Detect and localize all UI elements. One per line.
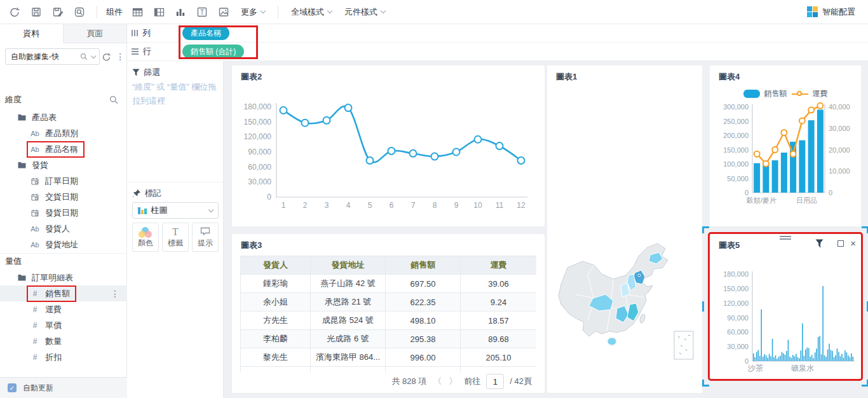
pin-icon	[132, 189, 141, 198]
widget-chart4[interactable]: 圖表4 銷售額 運費 050,000100,000150,000200,0002…	[710, 65, 861, 226]
selection-handle[interactable]	[862, 380, 868, 387]
selection-handle[interactable]	[702, 226, 709, 233]
table-cell: 996.00	[386, 348, 461, 367]
save-as-icon[interactable]	[48, 3, 67, 21]
color-button[interactable]: 顏色	[132, 223, 159, 252]
auto-update-checkbox[interactable]: ✓	[8, 383, 17, 392]
svg-text:120,000: 120,000	[244, 132, 272, 141]
measure-field[interactable]: #運費	[0, 301, 127, 317]
selection-handle[interactable]	[702, 301, 704, 312]
page-input[interactable]	[486, 374, 504, 389]
tab-data[interactable]: 資料	[0, 24, 64, 43]
chart2-line-chart: 030,00060,00090,000120,000150,000180,000…	[232, 65, 545, 226]
table-cell: 光成路 6 號	[311, 330, 386, 348]
text-field-icon: Ab	[30, 241, 40, 249]
svg-text:120,000: 120,000	[723, 299, 749, 307]
svg-text:9: 9	[454, 201, 459, 210]
svg-text:2: 2	[303, 201, 308, 210]
dimension-field[interactable]: 發貨日期	[0, 205, 127, 221]
svg-text:0: 0	[829, 189, 832, 196]
row-chip-sales-sum[interactable]: 銷售額 (合計)	[182, 45, 244, 58]
dimension-field[interactable]: 訂單日期	[0, 173, 127, 189]
dimension-field[interactable]: Ab發貨人	[0, 221, 127, 237]
table-cell: 18.57	[461, 312, 537, 330]
add-crosstable-icon[interactable]	[149, 3, 168, 21]
add-text-icon[interactable]: T	[193, 3, 212, 21]
dimension-field[interactable]: Ab發貨地址	[0, 237, 127, 252]
measure-field[interactable]: #折扣	[0, 349, 127, 365]
chart-type-select[interactable]: 柱圖	[132, 202, 219, 219]
global-style-menu[interactable]: 全域樣式	[286, 3, 337, 21]
smart-config-button[interactable]: 智能配置	[803, 6, 859, 18]
svg-text:100,000: 100,000	[723, 160, 749, 168]
measure-field[interactable]: #單價	[0, 317, 127, 333]
svg-text:11: 11	[496, 201, 504, 210]
columns-icon	[132, 30, 138, 36]
dataset-selector[interactable]: 自助數據集-快	[5, 48, 100, 65]
table-row[interactable]: 黎先生濱海東路甲 864...996.00205.10	[241, 348, 537, 367]
widget-chart3[interactable]: 圖表3 發貨人發貨地址銷售額運費鍾彩瑜燕子山路 42 號697.5039.06余…	[232, 234, 545, 393]
widget-chart1[interactable]: 圖表1	[547, 65, 702, 393]
table-row[interactable]: 余小姐承恩路 21 號622.359.24	[241, 293, 537, 312]
prev-page-button[interactable]: 〈	[432, 376, 442, 387]
table-cell: 39.06	[461, 275, 537, 293]
dimension-tree: 產品表Ab產品類別Ab產品名稱發貨訂單日期交貨日期發貨日期Ab發貨人Ab發貨地址	[0, 109, 127, 252]
svg-text:150,000: 150,000	[723, 146, 749, 154]
pagination-bar: 共 828 項 〈 〉 前往 / 42頁	[391, 374, 532, 389]
widget-style-menu[interactable]: 元件樣式	[339, 3, 390, 21]
field-menu-icon[interactable]: ⋮	[111, 289, 119, 299]
measure-field[interactable]: #數量	[0, 333, 127, 349]
svg-text:10: 10	[473, 201, 482, 210]
table-cell: 205.10	[461, 348, 537, 367]
table-cell: 622.35	[386, 293, 461, 312]
text-field-icon: Ab	[30, 130, 40, 137]
selection-handle[interactable]	[702, 380, 709, 387]
measure-field[interactable]: #銷售額⋮	[0, 285, 127, 301]
dimension-field[interactable]: Ab產品類別	[0, 125, 127, 141]
add-chart-icon[interactable]	[171, 3, 190, 21]
number-field-icon: #	[30, 337, 40, 346]
label-button[interactable]: T 標籤	[162, 223, 189, 252]
dimension-field[interactable]: Ab產品名稱	[0, 141, 127, 157]
more-menu[interactable]: 更多	[236, 3, 270, 21]
global-style-label: 全域樣式	[291, 6, 324, 18]
tab-page[interactable]: 頁面	[64, 24, 127, 43]
more-vert-icon[interactable]: ⋮	[113, 49, 127, 64]
measure-folder[interactable]: 訂單明細表	[0, 270, 127, 285]
add-table-icon[interactable]	[128, 3, 147, 21]
dimension-folder[interactable]: 產品表	[0, 109, 127, 125]
next-page-button[interactable]: 〉	[448, 376, 458, 387]
undo-icon[interactable]	[5, 3, 24, 21]
field-search-icon[interactable]	[109, 95, 118, 104]
widget-chart5[interactable]: ⋮ × 圖表5 030,00060,00090,000120,000150,00…	[710, 234, 861, 379]
table-cell: 濱海東路甲 864...	[311, 348, 386, 367]
svg-text:180,000: 180,000	[723, 270, 749, 278]
number-field-icon: #	[30, 321, 40, 330]
svg-text:12: 12	[517, 201, 526, 210]
date-field-icon	[30, 193, 40, 201]
tooltip-button[interactable]: 提示	[192, 223, 219, 252]
save-icon[interactable]	[27, 3, 46, 21]
add-image-icon[interactable]	[214, 3, 233, 21]
refresh-icon[interactable]	[100, 49, 114, 64]
selection-handle[interactable]	[862, 226, 868, 233]
table-row[interactable]: 方先生成昆路 524 號498.1018.57	[241, 312, 537, 330]
preview-icon[interactable]	[70, 3, 89, 21]
table-row[interactable]: 李柏麟光成路 6 號295.3889.68	[241, 330, 537, 348]
widget-chart2[interactable]: 圖表2 030,00060,00090,000120,000150,000180…	[232, 65, 545, 226]
table-header-cell: 發貨地址	[311, 256, 386, 275]
svg-text:90,000: 90,000	[248, 148, 271, 156]
svg-text:60,000: 60,000	[727, 328, 749, 336]
dimension-field[interactable]: 交貨日期	[0, 189, 127, 205]
map-inset-south-china-sea	[674, 331, 693, 359]
table-row[interactable]: 鍾彩瑜燕子山路 42 號697.5039.06	[241, 275, 537, 293]
svg-text:沙茶: 沙茶	[747, 364, 763, 373]
svg-text:4: 4	[346, 201, 351, 210]
folder-icon	[17, 274, 27, 281]
table-cell: 李柏麟	[241, 330, 311, 348]
search-icon	[80, 53, 88, 60]
dimension-folder[interactable]: 發貨	[0, 157, 127, 173]
svg-text:穀類/麥片: 穀類/麥片	[747, 196, 776, 204]
measure-tree: 訂單明細表#銷售額⋮#運費#單價#數量#折扣	[0, 270, 127, 365]
column-chip-product-name[interactable]: 產品名稱	[182, 26, 229, 40]
